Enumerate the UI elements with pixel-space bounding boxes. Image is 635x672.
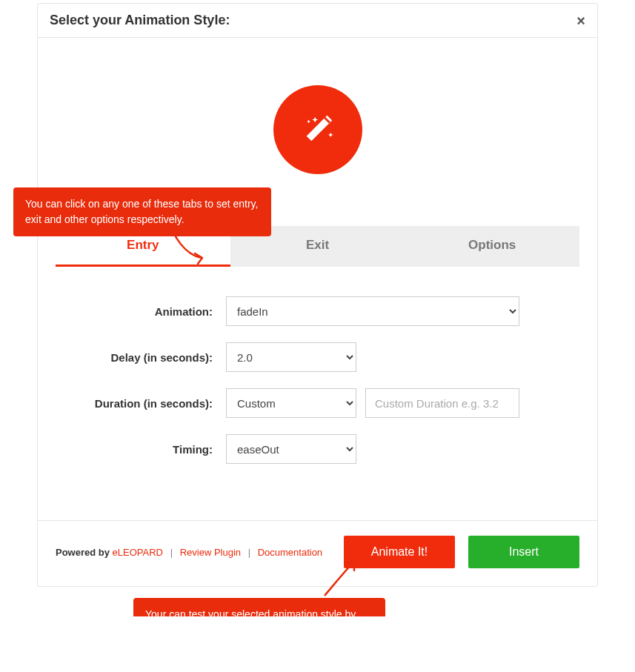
eleopard-link[interactable]: eLEOPARD (113, 547, 163, 558)
modal-body: Entry Exit Options Animation: fadeIn Del… (38, 38, 597, 520)
tabs-tooltip: You can click on any one of these tabs t… (13, 187, 271, 236)
tab-options[interactable]: Options (405, 226, 579, 267)
modal-title: Select your Animation Style: (50, 13, 230, 28)
credits: Powered by eLEOPARD | Review Plugin | Do… (56, 547, 322, 558)
wand-badge (273, 85, 362, 174)
magic-wand-icon (301, 113, 335, 147)
timing-select[interactable]: easeOut (226, 434, 356, 464)
delay-select[interactable]: 2.0 (226, 342, 356, 372)
documentation-link[interactable]: Documentation (258, 547, 322, 558)
duration-select[interactable]: Custom (226, 388, 356, 418)
delay-label: Delay (in seconds): (56, 351, 226, 364)
duration-label: Duration (in seconds): (56, 397, 226, 410)
custom-duration-input[interactable] (365, 388, 519, 418)
close-icon[interactable]: × (576, 13, 585, 28)
animate-it-button[interactable]: Animate It! (344, 536, 455, 568)
insert-button[interactable]: Insert (468, 536, 579, 568)
timing-label: Timing: (56, 443, 226, 456)
review-plugin-link[interactable]: Review Plugin (180, 547, 241, 558)
animate-tooltip: Your can test your selected animation st… (133, 598, 385, 616)
animation-modal: Select your Animation Style: × Entry Exi… (37, 3, 598, 587)
modal-footer: Powered by eLEOPARD | Review Plugin | Do… (38, 520, 597, 586)
modal-header: Select your Animation Style: × (38, 4, 597, 38)
animation-label: Animation: (56, 305, 226, 318)
animation-select[interactable]: fadeIn (226, 296, 519, 326)
powered-by-label: Powered by (56, 547, 110, 558)
form: Animation: fadeIn Delay (in seconds): 2.… (56, 267, 579, 502)
